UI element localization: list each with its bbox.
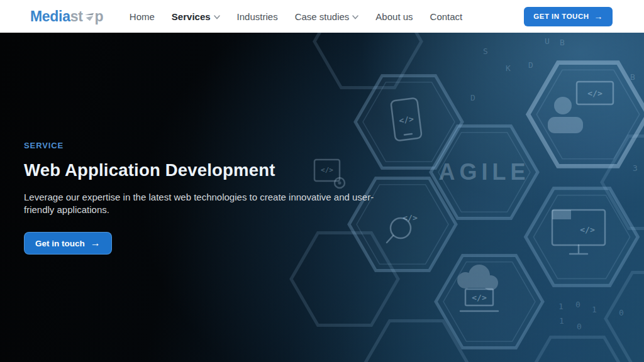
hexagon: </> <box>528 63 644 167</box>
service-eyebrow: SERVICE <box>24 141 401 150</box>
svg-text:</>: </> <box>398 114 414 126</box>
hexagon <box>524 337 631 362</box>
matrix-char: B <box>560 38 565 47</box>
logo[interactable]: Mediastp <box>30 8 103 25</box>
logo-text-p: p <box>95 8 104 25</box>
get-in-touch-header-button[interactable]: GET IN TOUCH → <box>524 7 613 26</box>
chevron-down-icon <box>352 15 358 19</box>
matrix-char: K <box>506 63 511 73</box>
main-nav: Home Services Industries Case studies Ab… <box>130 11 462 22</box>
svg-text:</>: </> <box>402 213 418 222</box>
nav-item-industries[interactable]: Industries <box>237 11 278 22</box>
nav-item-home[interactable]: Home <box>130 11 155 22</box>
chevron-down-icon <box>214 15 220 19</box>
svg-text:</>: </> <box>587 89 602 98</box>
matrix-char: 1 <box>558 302 564 311</box>
matrix-char: 1 <box>559 316 564 326</box>
get-in-touch-hero-button[interactable]: Get in touch → <box>24 232 112 255</box>
nav-item-contact[interactable]: Contact <box>430 11 463 22</box>
logo-text-media: Media <box>30 8 70 25</box>
cloud-code-icon: </> <box>457 265 498 311</box>
matrix-char: D <box>470 93 475 102</box>
matrix-char: 0 <box>619 308 624 317</box>
hexagon: AGILE <box>431 126 538 218</box>
matrix-char: 1 <box>592 305 597 314</box>
matrix-char: 0 <box>575 300 580 309</box>
hexagon <box>602 136 644 228</box>
matrix-char: U <box>545 36 550 46</box>
page: Mediastp Home Services Industries Case s… <box>0 0 644 362</box>
svg-text:</>: </> <box>580 225 595 234</box>
matrix-char: D <box>528 60 533 70</box>
page-title: Web Application Development <box>24 160 401 180</box>
site-header: Mediastp Home Services Industries Case s… <box>0 0 644 33</box>
matrix-char: 3 <box>633 163 638 173</box>
hero-section: </> </> AGILE <box>0 33 644 362</box>
developer-code-icon: </> <box>548 82 613 133</box>
matrix-char: S <box>483 47 488 56</box>
hexagon: </> <box>526 189 638 286</box>
hexagon <box>606 272 644 362</box>
arrow-right-icon: → <box>91 238 101 249</box>
hexagon <box>363 321 470 362</box>
matrix-char: 0 <box>577 322 582 331</box>
arrow-right-icon: → <box>594 11 604 21</box>
monitor-code-icon: </> <box>552 210 605 254</box>
mobile-code-icon: </> <box>391 98 421 141</box>
nav-item-about-us[interactable]: About us <box>375 11 413 22</box>
svg-text:</>: </> <box>472 293 487 302</box>
hexagon: </> <box>436 255 543 348</box>
nav-item-case-studies[interactable]: Case studies <box>295 11 359 22</box>
logo-send-arrow-icon <box>84 12 95 22</box>
hero-content: SERVICE Web Application Development Leve… <box>24 141 401 255</box>
matrix-char: B <box>630 72 635 82</box>
hexagon <box>314 33 421 88</box>
agile-label: AGILE <box>438 159 530 185</box>
logo-text-st: st <box>70 8 83 25</box>
nav-item-services[interactable]: Services <box>172 11 220 22</box>
hero-description: Leverage our expertise in the latest web… <box>24 191 374 216</box>
